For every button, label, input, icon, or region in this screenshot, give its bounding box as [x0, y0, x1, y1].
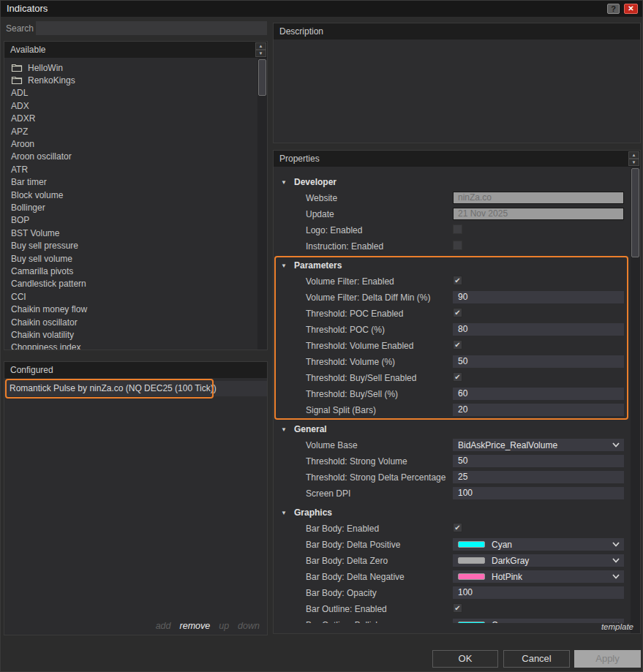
property-row: Threshold: Buy/Sell (%)60: [276, 386, 627, 402]
down-button[interactable]: down: [238, 621, 260, 631]
property-row: Screen DPI100: [276, 486, 627, 502]
properties-header-label: Properties: [279, 154, 320, 164]
list-item-label: Chaikin oscillator: [11, 317, 78, 328]
list-item[interactable]: ADX: [4, 99, 257, 112]
property-label: Bar Body: Enabled: [306, 524, 379, 534]
list-item[interactable]: APZ: [4, 125, 257, 137]
list-item[interactable]: Aroon: [4, 137, 257, 150]
value-input[interactable]: 60: [453, 388, 624, 400]
list-item[interactable]: Camarilla pivots: [4, 265, 257, 277]
list-item-label: Aroon: [11, 139, 34, 149]
color-name: HotPink: [492, 572, 522, 582]
property-label: Bar Outline: Enabled: [306, 604, 387, 614]
list-item[interactable]: RenkoKings: [4, 74, 257, 86]
property-row: Threshold: Strong Volume50: [276, 453, 627, 469]
color-dropdown-select[interactable]: HotPink: [453, 570, 624, 583]
property-value: HotPink: [453, 570, 624, 583]
section-expanded-icon[interactable]: ▼: [281, 263, 294, 269]
available-scrollbar[interactable]: [257, 58, 267, 350]
property-value: 60: [453, 388, 624, 400]
color-swatch: [458, 573, 485, 580]
configured-panel: Configured Romantick Pulse by ninZa.co (…: [4, 361, 268, 635]
list-item[interactable]: BST Volume: [4, 227, 257, 239]
list-item[interactable]: Candlestick pattern: [4, 278, 257, 290]
checkbox[interactable]: ✔: [453, 308, 462, 317]
list-item[interactable]: ADL: [4, 87, 257, 99]
dropdown-select[interactable]: BidAskPrice_RealVolume: [453, 439, 624, 451]
checkbox[interactable]: ✔: [453, 603, 462, 613]
close-icon[interactable]: ✕: [624, 4, 638, 14]
property-value: 80: [453, 323, 624, 336]
value-input[interactable]: 20: [453, 404, 624, 416]
color-dropdown-select[interactable]: Cyan: [453, 538, 624, 551]
property-label: Threshold: Volume Enabled: [306, 341, 413, 351]
property-row: Volume BaseBidAskPrice_RealVolume: [276, 437, 627, 453]
list-item-label: BOP: [11, 215, 29, 225]
list-item[interactable]: BOP: [4, 214, 257, 227]
up-button[interactable]: up: [219, 621, 229, 631]
list-item[interactable]: Aroon oscillator: [4, 151, 257, 163]
scroll-down-icon[interactable]: ▼: [628, 159, 639, 166]
section-expanded-icon[interactable]: ▼: [281, 179, 294, 186]
add-button[interactable]: add: [156, 621, 171, 631]
value-input[interactable]: 80: [453, 323, 624, 336]
properties-scrollbar-thumb[interactable]: [631, 168, 639, 257]
property-row: Bar Outline: Enabled✔: [276, 601, 627, 617]
list-item[interactable]: Chaikin volatility: [4, 328, 257, 341]
list-item[interactable]: CCI: [4, 290, 257, 303]
scroll-up-icon[interactable]: ▲: [628, 151, 639, 159]
section-expanded-icon[interactable]: ▼: [281, 510, 294, 516]
value-input[interactable]: 100: [453, 586, 624, 599]
section-expanded-icon[interactable]: ▼: [281, 426, 294, 433]
value-input[interactable]: 50: [453, 455, 624, 467]
color-dropdown-select[interactable]: Cyan: [453, 619, 624, 623]
list-item-label: Buy sell volume: [11, 254, 72, 264]
property-label: Signal Split (Bars): [306, 405, 376, 415]
value-input[interactable]: 25: [453, 471, 624, 483]
list-item[interactable]: Bar timer: [4, 176, 257, 189]
list-item[interactable]: ATR: [4, 163, 257, 175]
configured-selected-row[interactable]: Romantick Pulse by ninZa.co (NQ DEC25 (1…: [4, 381, 267, 396]
readonly-field: ninZa.co: [453, 192, 624, 204]
scroll-up-icon[interactable]: ▲: [255, 42, 266, 50]
template-link[interactable]: template: [601, 622, 633, 631]
checkbox[interactable]: ✔: [453, 276, 462, 285]
list-item[interactable]: Bollinger: [4, 201, 257, 214]
property-value: 21 Nov 2025: [453, 208, 624, 220]
list-item[interactable]: Chaikin money flow: [4, 303, 257, 315]
cancel-button[interactable]: Cancel: [503, 650, 570, 668]
properties-sections: ▼DeveloperWebsiteninZa.coUpdate21 Nov 20…: [274, 167, 631, 623]
property-row: Instruction: Enabled: [276, 238, 627, 254]
property-label: Volume Filter: Delta Diff Min (%): [306, 292, 431, 303]
list-item[interactable]: Chaikin oscillator: [4, 316, 257, 328]
help-icon[interactable]: ?: [607, 4, 620, 14]
ok-button[interactable]: OK: [432, 650, 498, 668]
remove-button[interactable]: remove: [180, 621, 211, 631]
value-input[interactable]: 90: [453, 291, 624, 303]
property-label: Threshold: POC Enabled: [306, 309, 403, 319]
property-label: Threshold: Buy/Sell (%): [306, 389, 398, 399]
description-header-label: Description: [279, 26, 323, 37]
list-item[interactable]: ADXR: [4, 113, 257, 125]
value-input[interactable]: 100: [453, 487, 624, 499]
property-row: Bar Body: Delta ZeroDarkGray: [276, 553, 627, 569]
list-item[interactable]: Buy sell pressure: [4, 239, 257, 252]
list-item[interactable]: Choppiness index: [4, 341, 257, 350]
list-item-label: ADXR: [11, 113, 35, 124]
apply-button[interactable]: Apply: [574, 650, 641, 668]
list-item[interactable]: Buy sell volume: [4, 252, 257, 265]
properties-scrollbar[interactable]: [631, 167, 640, 633]
list-item[interactable]: HelloWin: [4, 61, 257, 74]
property-label: Bar Body: Delta Positive: [306, 540, 400, 550]
scroll-down-icon[interactable]: ▼: [255, 50, 266, 57]
available-scrollbar-thumb[interactable]: [258, 59, 266, 96]
list-item[interactable]: Block volume: [4, 189, 257, 201]
property-row: Threshold: POC Enabled✔: [276, 306, 627, 322]
value-input[interactable]: 50: [453, 355, 624, 368]
color-dropdown-select[interactable]: DarkGray: [453, 554, 624, 567]
search-input[interactable]: [36, 21, 267, 35]
checkbox[interactable]: ✔: [453, 372, 462, 382]
checkbox[interactable]: ✔: [453, 340, 462, 350]
property-label: Volume Base: [306, 440, 358, 450]
checkbox[interactable]: ✔: [453, 523, 462, 532]
